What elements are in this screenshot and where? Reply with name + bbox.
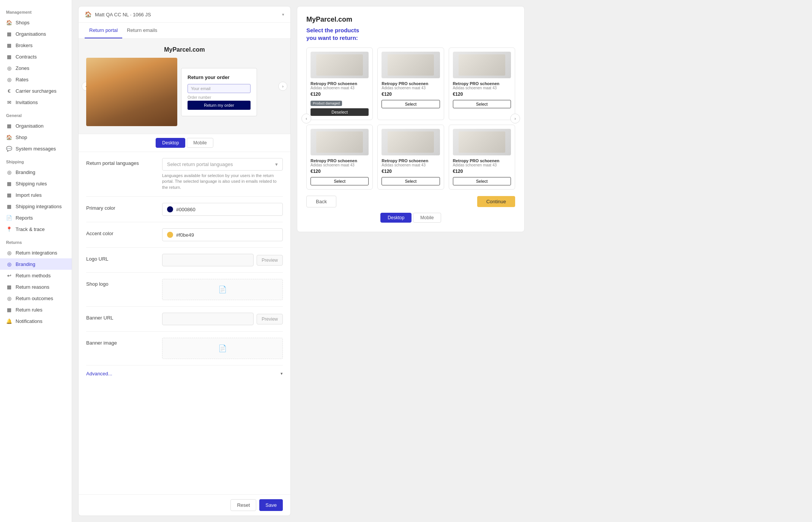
sidebar-item-brokers[interactable]: ▦ Brokers [0, 40, 72, 51]
sidebar-general-title: General [0, 108, 72, 120]
shop2-icon: 🏠 [6, 134, 12, 140]
product-grid-arrow-right[interactable]: › [510, 114, 520, 123]
preview-form-title: Return your order [188, 74, 251, 80]
sidebar-item-organisations[interactable]: ▦ Organisations [0, 28, 72, 40]
sidebar-item-label: Track & trace [16, 226, 45, 232]
banner-image-label: Banner image [86, 338, 155, 346]
product-preview-footer: Back Continue [306, 196, 515, 207]
product-select-btn-6[interactable]: Select [453, 177, 511, 185]
sidebar-item-notifications[interactable]: 🔔 Notifications [0, 315, 72, 327]
desktop-view-button[interactable]: Desktop [156, 138, 185, 148]
sidebar-item-label: Carrier surcharges [16, 88, 57, 94]
back-button[interactable]: Back [306, 196, 336, 207]
zones-icon: ◎ [6, 65, 12, 71]
right-mobile-view-button[interactable]: Mobile [413, 213, 441, 223]
product-card-1: Retropy PRO schoenen Adidas schoenen maa… [306, 47, 373, 120]
sidebar-item-label: Organisation [16, 123, 44, 129]
logo-url-preview-button[interactable]: Preview [257, 255, 283, 266]
tab-return-portal[interactable]: Return portal [85, 23, 122, 38]
brokers-icon: ▦ [6, 42, 12, 48]
banner-image-upload[interactable]: 📄 [162, 338, 283, 359]
shop-logo-upload[interactable]: 📄 [162, 279, 283, 300]
sidebar-item-shipping-rules[interactable]: ▦ Shipping rules [0, 178, 72, 189]
reset-button[interactable]: Reset [230, 499, 256, 511]
product-image-4 [311, 129, 369, 155]
product-sub-4: Adidas schoenen maat 43 [311, 163, 369, 167]
sidebar-item-shops[interactable]: 🏠 Shops [0, 17, 72, 28]
right-desktop-view-button[interactable]: Desktop [380, 213, 412, 223]
product-name-5: Retropy PRO schoenen [382, 158, 440, 163]
mobile-view-button[interactable]: Mobile [187, 138, 213, 148]
sidebar-item-branding-returns[interactable]: ◎ Branding [0, 258, 72, 270]
product-brand-name: MyParcel.com [306, 16, 515, 24]
sidebar-item-track-trace[interactable]: 📍 Track & trace [0, 223, 72, 235]
sidebar-item-zones[interactable]: ◎ Zones [0, 62, 72, 74]
invitations-icon: ✉ [6, 99, 12, 105]
save-button[interactable]: Save [259, 499, 283, 511]
sidebar-item-shipping-integrations[interactable]: ▦ Shipping integrations [0, 201, 72, 212]
product-select-btn-4[interactable]: Select [311, 177, 369, 185]
messages-icon: 💬 [6, 146, 12, 152]
product-price-3: €120 [453, 92, 511, 97]
product-badge-1: Product damaged [311, 101, 342, 106]
sidebar-item-return-rules[interactable]: ▦ Return rules [0, 304, 72, 315]
sidebar-item-carrier-surcharges[interactable]: € Carrier surcharges [0, 85, 72, 96]
continue-button[interactable]: Continue [477, 196, 515, 207]
tab-bar: Return portal Return emails [79, 23, 290, 39]
sidebar-item-return-methods[interactable]: ↩ Return methods [0, 270, 72, 281]
accent-color-field[interactable]: #f0be49 [162, 228, 283, 241]
product-image-3 [453, 52, 511, 78]
notifications-icon: 🔔 [6, 318, 12, 324]
sidebar-item-branding-shipping[interactable]: ◎ Branding [0, 166, 72, 178]
logo-url-input[interactable] [162, 254, 254, 266]
language-label: Return portal languages [86, 158, 155, 166]
sidebar: Management 🏠 Shops ▦ Organisations ▦ Bro… [0, 0, 72, 522]
logo-url-row: Logo URL Preview [86, 248, 283, 273]
sidebar-management-title: Management [0, 5, 72, 17]
sidebar-item-return-reasons[interactable]: ▦ Return reasons [0, 281, 72, 293]
primary-color-label: Primary color [86, 203, 155, 211]
sidebar-item-label: Organisations [16, 31, 46, 37]
preview-return-button[interactable]: Return my order [188, 101, 251, 110]
sidebar-item-shop[interactable]: 🏠 Shop [0, 131, 72, 143]
primary-color-value: #000860 [176, 207, 196, 212]
product-card-2: Retropy PRO schoenen Adidas schoenen maa… [377, 47, 444, 120]
sidebar-item-label: Branding [16, 261, 35, 267]
product-image-1 [311, 52, 369, 78]
shop-header-icon: 🏠 [85, 11, 92, 18]
product-grid-arrow-left[interactable]: ‹ [301, 114, 311, 123]
sidebar-item-rates[interactable]: ◎ Rates [0, 74, 72, 85]
sidebar-item-reports[interactable]: 📄 Reports [0, 212, 72, 223]
preview-arrow-right[interactable]: › [278, 82, 287, 91]
product-card-4: Retropy PRO schoenen Adidas schoenen maa… [306, 125, 373, 190]
tab-return-emails[interactable]: Return emails [122, 23, 162, 38]
banner-url-input[interactable] [162, 313, 254, 325]
sidebar-item-invitations[interactable]: ✉ Invitations [0, 96, 72, 108]
integrations-icon: ▦ [6, 203, 12, 209]
main-card: 🏠 Matt QA CC NL · 1066 JS ▾ Return porta… [78, 6, 291, 516]
sidebar-returns-title: Returns [0, 235, 72, 247]
sidebar-item-label: Return methods [16, 273, 51, 278]
sidebar-item-label: Import rules [16, 192, 42, 198]
product-select-btn-3[interactable]: Select [453, 100, 511, 108]
sidebar-item-organisation[interactable]: ▦ Organisation [0, 120, 72, 131]
accent-color-swatch [167, 232, 173, 238]
product-select-btn-5[interactable]: Select [382, 177, 440, 185]
product-select-btn-2[interactable]: Select [382, 100, 440, 108]
sidebar-item-return-integrations[interactable]: ◎ Return integrations [0, 247, 72, 258]
sidebar-item-return-outcomes[interactable]: ◎ Return outcomes [0, 293, 72, 304]
language-select[interactable]: Select return portal languages ▾ [162, 158, 283, 171]
primary-color-field[interactable]: #000860 [162, 203, 283, 216]
chevron-down-icon[interactable]: ▾ [282, 12, 284, 17]
sidebar-item-contracts[interactable]: ▦ Contracts [0, 51, 72, 62]
contracts-icon: ▦ [6, 54, 12, 60]
sidebar-item-label: Reports [16, 215, 33, 221]
banner-url-preview-button[interactable]: Preview [257, 314, 283, 324]
product-price-1: €120 [311, 92, 369, 97]
product-deselect-btn-1[interactable]: Deselect [311, 108, 369, 116]
shop-logo-control: 📄 [162, 279, 283, 300]
advanced-row[interactable]: Advanced... ▾ [86, 365, 283, 382]
sidebar-item-system-messages[interactable]: 💬 System messages [0, 143, 72, 154]
sidebar-item-label: Return integrations [16, 250, 57, 256]
sidebar-item-import-rules[interactable]: ▦ Import rules [0, 189, 72, 201]
